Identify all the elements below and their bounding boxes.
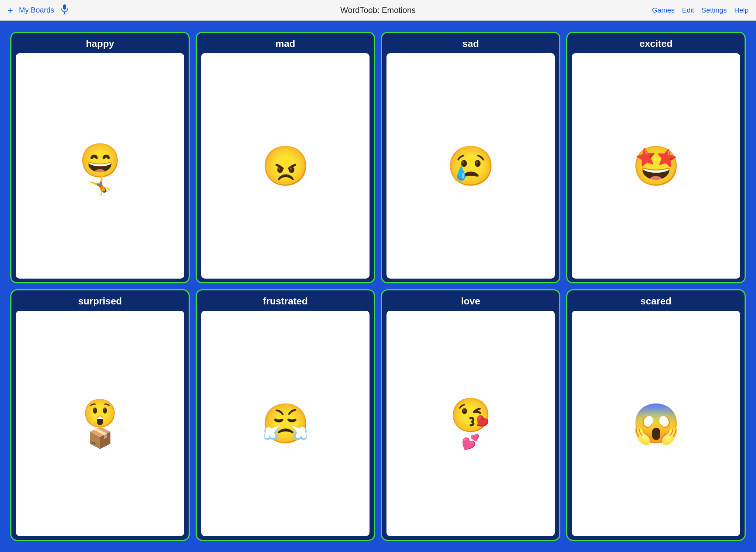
card-image-excited: 🤩 [572, 53, 740, 279]
card-happy[interactable]: happy😄🤸 [10, 32, 190, 283]
card-emoji-happy: 😄🤸 [76, 139, 124, 199]
nav-games[interactable]: Games [652, 6, 674, 14]
card-emoji-frustrated: 😤 [258, 399, 313, 449]
card-scared[interactable]: scared😱 [566, 289, 746, 541]
card-sad[interactable]: sad😢 [381, 32, 560, 283]
header-left: + My Boards [7, 4, 193, 17]
header-right: Games Edit Settings Help [563, 6, 749, 14]
card-label-scared: scared [640, 296, 671, 307]
card-emoji-scared: 😱 [628, 399, 684, 449]
card-image-surprised: 😲📦 [16, 311, 184, 536]
card-emoji-excited: 🤩 [628, 141, 684, 191]
card-label-sad: sad [463, 38, 479, 49]
card-emoji-mad: 😠 [258, 141, 313, 191]
card-image-scared: 😱 [572, 311, 740, 536]
add-button[interactable]: + [7, 6, 13, 15]
card-label-frustrated: frustrated [263, 296, 307, 307]
card-love[interactable]: love😘💕 [381, 289, 560, 541]
card-label-love: love [461, 296, 480, 307]
card-image-mad: 😠 [201, 53, 370, 279]
card-excited[interactable]: excited🤩 [566, 32, 746, 283]
nav-help[interactable]: Help [734, 6, 749, 14]
emotion-grid: happy😄🤸mad😠sad😢excited🤩surprised😲📦frustr… [10, 32, 746, 541]
page-title: WordToob: Emotions [193, 6, 563, 15]
card-mad[interactable]: mad😠 [196, 32, 375, 283]
nav-edit[interactable]: Edit [682, 6, 694, 14]
card-image-love: 😘💕 [386, 311, 555, 536]
card-surprised[interactable]: surprised😲📦 [10, 289, 190, 541]
card-label-surprised: surprised [78, 296, 122, 307]
main-content: happy😄🤸mad😠sad😢excited🤩surprised😲📦frustr… [0, 21, 756, 552]
card-image-frustrated: 😤 [201, 311, 370, 536]
nav-settings[interactable]: Settings [701, 6, 727, 14]
card-emoji-surprised: 😲📦 [79, 394, 121, 453]
header: + My Boards WordToob: Emotions Games Edi… [0, 0, 756, 21]
card-image-happy: 😄🤸 [16, 53, 184, 279]
card-image-sad: 😢 [386, 53, 555, 279]
card-label-excited: excited [639, 38, 673, 49]
my-boards-link[interactable]: My Boards [19, 6, 54, 14]
card-label-happy: happy [86, 38, 114, 49]
microphone-icon[interactable] [60, 4, 69, 17]
card-emoji-love: 😘💕 [446, 393, 495, 453]
card-frustrated[interactable]: frustrated😤 [196, 289, 375, 541]
card-label-mad: mad [275, 38, 295, 49]
svg-rect-0 [63, 4, 66, 10]
card-emoji-sad: 😢 [443, 141, 499, 191]
